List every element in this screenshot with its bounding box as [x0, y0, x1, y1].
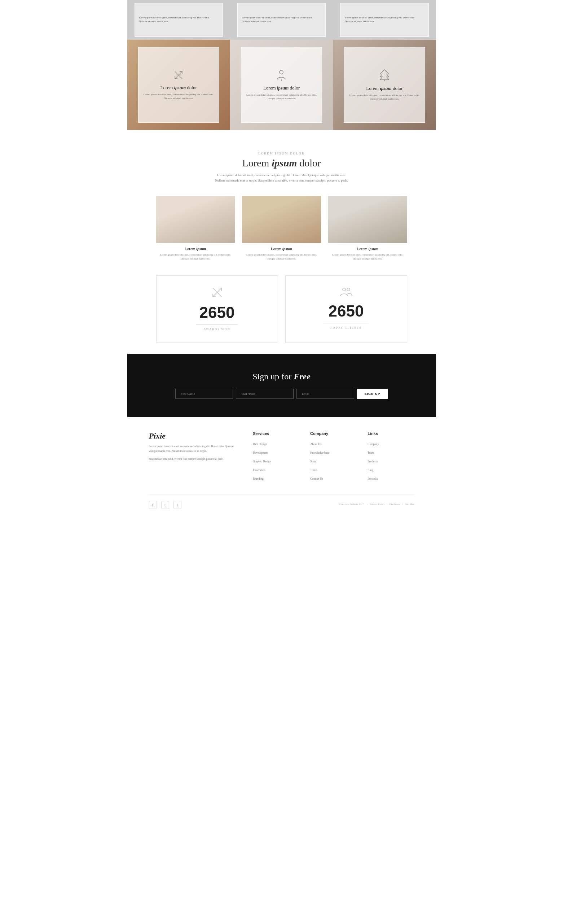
gallery-mid-card-3: Lorem ipsum dolor Lorem ipsum dolor sit … [344, 47, 425, 123]
facebook-icon[interactable]: f [149, 501, 157, 509]
list-item: Portfolio [367, 475, 414, 481]
section-header: LOREM IPSUM DOLOR Lorem ipsum dolor Lore… [127, 144, 436, 189]
gallery-mid-cell-1: Lorem ipsum dolor Lorem ipsum dolor sit … [127, 40, 230, 130]
section-title: Lorem ipsum dolor [127, 158, 436, 169]
feature-title-1: Lorem ipsum [156, 246, 235, 251]
feature-desc-1: Lorem ipsum dolor sit amet, consectetuer… [156, 253, 235, 261]
gallery-mid-desc-3: Lorem ipsum dolor sit amet, consectetuer… [349, 93, 419, 101]
list-item: Company [367, 440, 414, 447]
svg-point-2 [280, 70, 283, 74]
links-list: Company Team Products Blog Portfolio [367, 440, 414, 481]
footer-brand: Pixie Lorem ipsum dolor sit amet, consec… [149, 431, 242, 483]
list-item: About Us [310, 440, 357, 447]
footer-top: Pixie Lorem ipsum dolor sit amet, consec… [149, 431, 415, 483]
person-icon-1 [276, 69, 287, 83]
feature-item-3: Lorem ipsum Lorem ipsum dolor sit amet, … [328, 196, 407, 261]
services-web-design[interactable]: Web Design [253, 442, 267, 446]
tumblr-icon[interactable]: t [174, 501, 181, 509]
list-item: Story [310, 457, 357, 464]
services-development[interactable]: Development [253, 451, 268, 454]
links-heading: Links [367, 431, 414, 436]
list-item: Contact Us [310, 475, 357, 481]
gallery-top-row: Lorem ipsum dolor sit amet, consectetuer… [127, 0, 436, 40]
stats-section: 2650 AWARDS WON 2650 HAPPY CLIENTS [127, 268, 436, 354]
gallery-mid-title-1: Lorem ipsum dolor [160, 85, 197, 91]
company-story[interactable]: Story [310, 460, 316, 463]
footer-social-links: f t t [149, 501, 181, 509]
company-heading: Company [310, 431, 357, 436]
signup-section: Sign up for Free SIGN UP [127, 354, 436, 417]
company-contact-us[interactable]: Contact Us [310, 477, 323, 480]
list-item: Graphic Design [253, 457, 299, 464]
email-input[interactable] [296, 389, 354, 399]
clients-label: HAPPY CLIENTS [323, 323, 369, 330]
svg-point-9 [347, 288, 350, 291]
links-products[interactable]: Products [367, 460, 377, 463]
links-team[interactable]: Team [367, 451, 374, 454]
gallery-top-cell-1: Lorem ipsum dolor sit amet, consectetuer… [127, 0, 230, 40]
tree-icon-1 [379, 69, 389, 83]
feature-desc-3: Lorem ipsum dolor sit amet, consectetuer… [328, 253, 407, 261]
feature-item-2: Lorem ipsum Lorem ipsum dolor sit amet, … [242, 196, 321, 261]
gallery-top-overlay-3: Lorem ipsum dolor sit amet, consectetuer… [340, 3, 428, 37]
feature-image-3 [328, 196, 407, 243]
feature-image-2 [242, 196, 321, 243]
list-item: Team [367, 448, 414, 455]
gallery-top-text-2: Lorem ipsum dolor sit amet, consectetuer… [242, 16, 321, 24]
signup-button[interactable]: SIGN UP [357, 389, 387, 399]
links-portfolio[interactable]: Portfolio [367, 477, 377, 480]
last-name-input[interactable] [236, 389, 293, 399]
links-blog[interactable]: Blog [367, 468, 373, 472]
footer-copyright: Copyright Website 2017 | Privacy Policy … [338, 503, 414, 506]
footer-links-col: Links Company Team Products Blog Portfol… [367, 431, 414, 483]
gallery-mid-row: Lorem ipsum dolor Lorem ipsum dolor sit … [127, 40, 436, 130]
services-heading: Services [253, 431, 299, 436]
svg-marker-4 [380, 70, 389, 80]
list-item: Branding [253, 475, 299, 481]
feature-image-1 [156, 196, 235, 243]
services-illustration[interactable]: Illustration [253, 468, 265, 472]
svg-point-8 [343, 288, 346, 291]
gallery-top-cell-2: Lorem ipsum dolor sit amet, consectetuer… [230, 0, 333, 40]
copyright-text: Copyright Website 2017 [339, 503, 364, 506]
privacy-policy-link[interactable]: Privacy Policy [370, 503, 385, 506]
brand-desc-1: Lorem ipsum dolor sit amet, consectetuer… [149, 444, 242, 454]
stat-card-awards: 2650 AWARDS WON [156, 275, 278, 343]
gallery-mid-cell-3: Lorem ipsum dolor Lorem ipsum dolor sit … [333, 40, 436, 130]
services-branding[interactable]: Branding [253, 477, 264, 480]
section-desc: Lorem ipsum dolor sit amet, consectetuer… [213, 172, 350, 184]
list-item: Illustration [253, 466, 299, 472]
gallery-mid-title-3: Lorem ipsum dolor [366, 86, 403, 92]
feature-title-2: Lorem ipsum [242, 246, 321, 251]
links-company[interactable]: Company [367, 442, 379, 446]
footer: Pixie Lorem ipsum dolor sit amet, consec… [127, 417, 436, 516]
twitter-icon[interactable]: t [161, 501, 169, 509]
section-sub-label: LOREM IPSUM DOLOR [127, 152, 436, 155]
gallery-mid-card-2: Lorem ipsum dolor Lorem ipsum dolor sit … [241, 47, 322, 123]
company-knowledge-base[interactable]: Knowledge base [310, 451, 329, 454]
list-item: Knowledge base [310, 448, 357, 455]
services-graphic-design[interactable]: Graphic Design [253, 460, 271, 463]
gallery-top-overlay-2: Lorem ipsum dolor sit amet, consectetuer… [237, 3, 326, 37]
feature-title-3: Lorem ipsum [328, 246, 407, 251]
gallery-top-text-1: Lorem ipsum dolor sit amet, consectetuer… [139, 16, 218, 24]
features-grid: Lorem ipsum Lorem ipsum dolor sit amet, … [127, 189, 436, 268]
brand-name: Pixie [149, 431, 242, 441]
awards-number: 2650 [164, 303, 271, 322]
brand-desc-2: Suspendisse urna nibh, viverra non, semp… [149, 457, 242, 462]
gallery-top-cell-3: Lorem ipsum dolor sit amet, consectetuer… [333, 0, 436, 40]
gallery-top-text-3: Lorem ipsum dolor sit amet, consectetuer… [345, 16, 424, 24]
footer-company-col: Company About Us Knowledge base Story Te… [310, 431, 357, 483]
awards-icon [164, 286, 271, 300]
company-terms[interactable]: Terms [310, 468, 317, 472]
gallery-mid-cell-2: Lorem ipsum dolor Lorem ipsum dolor sit … [230, 40, 333, 130]
sitemap-link[interactable]: Site Map [405, 503, 414, 506]
disclaimer-link[interactable]: Disclaimer [389, 503, 400, 506]
services-list: Web Design Development Graphic Design Il… [253, 440, 299, 481]
gallery-mid-card-1: Lorem ipsum dolor Lorem ipsum dolor sit … [138, 47, 219, 123]
company-list: About Us Knowledge base Story Terms Cont… [310, 440, 357, 481]
company-about-us[interactable]: About Us [310, 442, 321, 446]
awards-label: AWARDS WON [196, 324, 237, 331]
first-name-input[interactable] [175, 389, 233, 399]
list-item: Products [367, 457, 414, 464]
